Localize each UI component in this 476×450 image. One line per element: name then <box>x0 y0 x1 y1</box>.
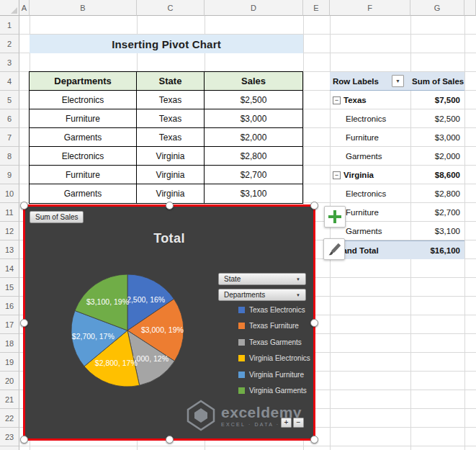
row-header-4[interactable]: 4 <box>0 72 19 91</box>
pivot-header-row[interactable]: Row Labels ▼ Sum of Sales <box>330 72 464 91</box>
legend-item-texas-garments[interactable]: Texas Garments <box>238 334 310 351</box>
row-header-11[interactable]: 11 <box>0 203 19 222</box>
column-header-C[interactable]: C <box>137 0 205 16</box>
select-all-corner[interactable] <box>0 0 19 16</box>
data-table-cell[interactable]: Electronics <box>30 91 137 109</box>
selection-handle[interactable] <box>20 436 28 444</box>
data-table-cell[interactable]: Garments <box>30 184 137 203</box>
column-header-E[interactable]: E <box>303 0 330 16</box>
data-table-cell[interactable]: $2,000 <box>205 128 302 147</box>
row-header-14[interactable]: 14 <box>0 259 19 278</box>
data-table-header-cell[interactable]: State <box>137 72 205 91</box>
row-header-13[interactable]: 13 <box>0 240 19 259</box>
data-table-cell[interactable]: Furniture <box>30 109 137 128</box>
chart-elements-button[interactable] <box>324 206 346 228</box>
pivot-row-virginia[interactable]: −Virginia$8,600 <box>330 166 464 184</box>
data-table-cell[interactable]: $2,800 <box>205 147 302 166</box>
pivot-row-garments[interactable]: Garments$3,100 <box>330 222 464 240</box>
column-header-G[interactable]: G <box>410 0 464 16</box>
legend-item-texas-furniture[interactable]: Texas Furniture <box>238 318 310 335</box>
row-labels-filter-button[interactable]: ▼ <box>392 75 404 87</box>
data-table-cell[interactable]: Texas <box>137 128 205 147</box>
legend-item-texas-electronics[interactable]: Texas Electronics <box>238 302 310 318</box>
selection-handle[interactable] <box>310 202 318 210</box>
row-header-6[interactable]: 6 <box>0 109 19 128</box>
pivot-row-label-cell: Garments <box>330 227 410 235</box>
plus-icon <box>328 210 341 223</box>
column-header-A[interactable]: A <box>19 0 30 16</box>
row-header-23[interactable]: 23 <box>0 428 19 446</box>
row-header-17[interactable]: 17 <box>0 315 19 334</box>
data-table-cell[interactable]: Virginia <box>137 184 205 203</box>
row-header-12[interactable]: 12 <box>0 222 19 240</box>
pivot-row-grand-total[interactable]: Grand Total$16,100 <box>330 240 464 259</box>
value-field-button[interactable]: Sum of Sales <box>30 211 84 223</box>
data-table-cell[interactable]: Texas <box>137 109 205 128</box>
pivot-row-furniture[interactable]: Furniture$3,000 <box>330 128 464 147</box>
state-field-button[interactable]: State ▼ <box>218 273 306 285</box>
column-header-D[interactable]: D <box>205 0 303 16</box>
data-table-cell[interactable]: Garments <box>30 128 137 147</box>
row-header-10[interactable]: 10 <box>0 184 19 203</box>
pivotchart-expand-collapse: + − <box>281 418 304 428</box>
chart-styles-button[interactable] <box>323 238 345 260</box>
worksheet-title-cell[interactable]: Inserting Pivot Chart <box>30 35 303 53</box>
selection-handle[interactable] <box>166 436 174 444</box>
pivot-row-electronics[interactable]: Electronics$2,500 <box>330 109 464 128</box>
pivot-row-electronics[interactable]: Electronics$2,800 <box>330 184 464 203</box>
data-table-cell[interactable]: $2,700 <box>205 166 302 184</box>
data-table-cell[interactable]: Electronics <box>30 147 137 166</box>
column-header-F[interactable]: F <box>330 0 410 16</box>
data-table-cell[interactable]: Texas <box>137 91 205 109</box>
selection-handle[interactable] <box>20 319 28 327</box>
row-header-21[interactable]: 21 <box>0 390 19 409</box>
selection-handle[interactable] <box>166 202 174 210</box>
data-table-header-cell[interactable]: Sales <box>205 72 302 91</box>
row-header-19[interactable]: 19 <box>0 353 19 372</box>
row-header-7[interactable]: 7 <box>0 128 19 147</box>
pivot-row-furniture[interactable]: Furniture$2,700 <box>330 203 464 222</box>
departments-field-button[interactable]: Departments ▼ <box>218 289 306 301</box>
row-header-15[interactable]: 15 <box>0 278 19 297</box>
column-header-partial[interactable] <box>464 0 476 16</box>
expand-field-button[interactable]: + <box>281 418 292 428</box>
selection-handle[interactable] <box>20 202 28 210</box>
selection-handle[interactable] <box>310 319 318 327</box>
row-header-20[interactable]: 20 <box>0 372 19 390</box>
row-header-1[interactable]: 1 <box>0 16 19 35</box>
data-table-header-cell[interactable]: Departments <box>30 72 137 91</box>
collapse-button[interactable]: − <box>333 171 341 179</box>
data-table-cell[interactable]: Virginia <box>137 147 205 166</box>
data-table-cell[interactable]: $3,000 <box>205 109 302 128</box>
pivot-row-value: $2,000 <box>410 152 464 161</box>
pivot-row-label: Furniture <box>346 133 379 142</box>
pivot-row-label: Electronics <box>346 189 386 198</box>
data-table-cell[interactable]: $2,500 <box>205 91 302 109</box>
pivot-row-garments[interactable]: Garments$2,000 <box>330 147 464 166</box>
row-header-2[interactable]: 2 <box>0 35 19 53</box>
legend-item-virginia-garments[interactable]: Virginia Garments <box>238 383 310 400</box>
data-table-cell[interactable]: Virginia <box>137 166 205 184</box>
collapse-field-button[interactable]: − <box>293 418 304 428</box>
row-header-5[interactable]: 5 <box>0 91 19 109</box>
column-header-B[interactable]: B <box>30 0 137 16</box>
pivot-chart[interactable]: $2,500, 16%$3,000, 19%$2,000, 12%$2,800,… <box>23 204 315 441</box>
pivot-row-texas[interactable]: −Texas$7,500 <box>330 91 464 109</box>
legend-item-virginia-furniture[interactable]: Virginia Furniture <box>238 366 310 383</box>
data-table-row: ElectronicsVirginia$2,800 <box>30 147 302 166</box>
row-header-partial[interactable] <box>0 446 19 450</box>
row-header-22[interactable]: 22 <box>0 409 19 428</box>
data-table-cell[interactable]: Furniture <box>30 166 137 184</box>
collapse-button[interactable]: − <box>333 96 341 104</box>
row-header-18[interactable]: 18 <box>0 334 19 353</box>
data-table-cell[interactable]: $3,100 <box>205 184 302 203</box>
legend-item-virginia-electronics[interactable]: Virginia Electronics <box>238 351 310 367</box>
chart-title[interactable]: Total <box>25 231 313 246</box>
dropdown-icon: ▼ <box>296 277 300 282</box>
row-header-8[interactable]: 8 <box>0 147 19 166</box>
row-header-3[interactable]: 3 <box>0 53 19 72</box>
row-header-9[interactable]: 9 <box>0 166 19 184</box>
selection-handle[interactable] <box>310 436 318 444</box>
row-header-16[interactable]: 16 <box>0 297 19 315</box>
pivot-row-label: Garments <box>346 152 382 161</box>
